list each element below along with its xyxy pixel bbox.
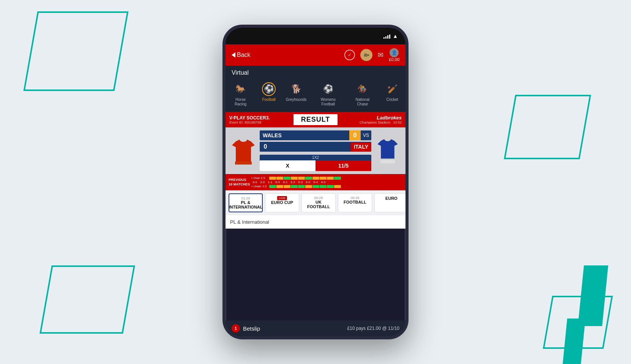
sport-national-chase[interactable]: 🏇 National Chase (346, 81, 379, 108)
score-1: 2-0 (259, 180, 266, 184)
back-button[interactable]: Back (232, 52, 251, 58)
back-label: Back (237, 52, 251, 58)
score-8: 0-4 (312, 180, 319, 184)
score-2: 1-1 (267, 180, 273, 184)
sport-womens-football[interactable]: ⚽ Womens Football (310, 81, 346, 108)
svg-rect-0 (235, 162, 252, 165)
over-bars (269, 177, 341, 180)
svg-rect-2 (380, 158, 395, 160)
over-bar-8 (320, 177, 327, 180)
sport-label-football: Football (262, 97, 276, 102)
score-row-2: 0 ITALY (260, 142, 371, 152)
under-bar-4 (291, 185, 298, 188)
lb-icon[interactable]: lb• (360, 49, 372, 61)
score-5: 2-2 (289, 180, 296, 184)
betting-odds-row: X 11/5 (260, 160, 371, 171)
filter-name-euro: EURO CUP (271, 200, 293, 205)
under-bar-8 (320, 185, 327, 188)
status-icons: ▲ (383, 33, 398, 39)
over-row: ▪ Over 2.5 (251, 176, 402, 180)
under-bar-6 (305, 185, 312, 188)
away-score: 0 (260, 142, 271, 152)
status-bar: ▲ (226, 28, 405, 44)
sport-cricket[interactable]: 🏏 Cricket (379, 81, 405, 108)
under-bar-2 (276, 185, 283, 188)
signal-bar-4 (389, 35, 390, 39)
under-bar-3 (284, 185, 290, 188)
bg-decoration-1 (23, 11, 128, 91)
over-bar-7 (312, 177, 319, 180)
bet-x-button[interactable]: X (260, 160, 316, 171)
score-7: 0-0 (304, 180, 311, 184)
pl-label-text: PL & International (230, 219, 269, 225)
filter-tab-euro-cup[interactable]: LIVE EURO CUP (265, 193, 299, 212)
sport-label-cricket: Cricket (386, 97, 398, 102)
filter-tab-uk-football[interactable]: 00:29 UK FOOTBALL (301, 193, 336, 212)
pl-label-bar: PL & International (226, 215, 405, 229)
under-bar-5 (298, 185, 305, 188)
notch (316, 32, 323, 40)
mail-icon[interactable]: ✉ (378, 51, 383, 59)
over-bar-5 (298, 177, 305, 180)
prev-label: PREVIOUS10 MATCHES (229, 178, 250, 187)
score-display: WALES 0 VS 0 ITALY 1X2 X 11/5 (226, 127, 405, 174)
shield-icon[interactable]: ✓ (344, 50, 355, 60)
filter-time-uk: 00:29 (314, 196, 323, 200)
back-chevron-icon (232, 52, 235, 58)
match-title-right: Ladbrokes Champions Stadium 10:52 (341, 115, 402, 124)
blue-shirt-svg (376, 136, 399, 166)
sport-label-national-chase: National Chase (351, 97, 374, 107)
betslip-bar[interactable]: 1 Betslip £10 pays £21.00 @ 11/10 (226, 320, 405, 336)
sports-nav: 🐎 Horse Racing ⚽ Football 🐕 Greyhounds ⚽… (226, 78, 405, 112)
event-id: Event ID: 300186768 (229, 121, 290, 124)
filter-name-uk: UK FOOTBALL (306, 200, 331, 209)
sport-football[interactable]: ⚽ Football (256, 81, 282, 108)
away-team-name: ITALY (351, 142, 371, 151)
football-icon: ⚽ (262, 82, 276, 96)
phone-device: ▲ Back ✓ lb• ✉ 👤 £0.00 (222, 25, 409, 339)
prev-label-text: PREVIOUS10 MATCHES (229, 178, 250, 186)
sport-horse-racing[interactable]: 🐎 Horse Racing (226, 81, 256, 108)
market-label: 1X2 (260, 155, 371, 160)
home-score: 0 (349, 130, 361, 140)
score-center: WALES 0 VS 0 ITALY 1X2 X 11/5 (260, 130, 371, 171)
over-bar-10 (334, 177, 341, 180)
header-icons: ✓ lb• ✉ 👤 £0.00 (344, 48, 399, 62)
greyhounds-icon: 🐕 (289, 82, 303, 96)
score-0: 0-0 (251, 180, 258, 184)
account-area[interactable]: 👤 £0.00 (389, 48, 399, 62)
match-indicators: ▪ Over 2.5 (251, 176, 402, 188)
bet-odds-button[interactable]: 11/5 (316, 160, 371, 171)
home-team-shirt (230, 134, 257, 168)
filter-tab-pl-international[interactable]: 01:29 PL & INTERNATIONAL (229, 193, 263, 212)
ladbrokes-brand: Ladbrokes (341, 115, 402, 121)
under-label: ▪ Under 2.5 (251, 185, 268, 188)
womens-football-icon: ⚽ (321, 82, 335, 96)
sport-label-womens-football: Womens Football (315, 97, 342, 107)
signal-bar-2 (385, 36, 386, 39)
sport-greyhounds[interactable]: 🐕 Greyhounds (282, 81, 310, 108)
under-bar-1 (269, 185, 276, 188)
bg-decoration-2 (39, 265, 135, 334)
over-bar-4 (291, 177, 298, 180)
score-4: 0-1 (282, 180, 289, 184)
over-bar-2 (276, 177, 283, 180)
over-bar-1 (269, 177, 276, 180)
filter-name-pl: PL & INTERNATIONAL (229, 200, 263, 209)
result-badge: RESULT (293, 114, 338, 125)
horse-racing-icon: 🐎 (234, 82, 248, 96)
virtual-label: Virtual (232, 69, 249, 76)
under-bar-9 (327, 185, 334, 188)
sport-label-greyhounds: Greyhounds (286, 97, 306, 102)
signal-bars (383, 33, 390, 39)
app-header: Back ✓ lb• ✉ 👤 £0.00 (226, 44, 405, 66)
betslip-pays: £10 pays £21.00 @ 11/10 (347, 326, 399, 331)
virtual-bar: Virtual (226, 66, 405, 78)
away-team-shirt (374, 134, 401, 168)
score-6: 0-3 (297, 180, 304, 184)
filter-tab-euro[interactable]: EURO (374, 193, 405, 212)
filter-tabs: 01:29 PL & INTERNATIONAL LIVE EURO CUP 0… (226, 190, 405, 215)
over-bar-6 (305, 177, 312, 180)
match-header: V-PLAY SOCCER3. Event ID: 300186768 RESU… (226, 112, 405, 127)
filter-tab-football[interactable]: 00:29 FOOTBALL (338, 193, 372, 212)
